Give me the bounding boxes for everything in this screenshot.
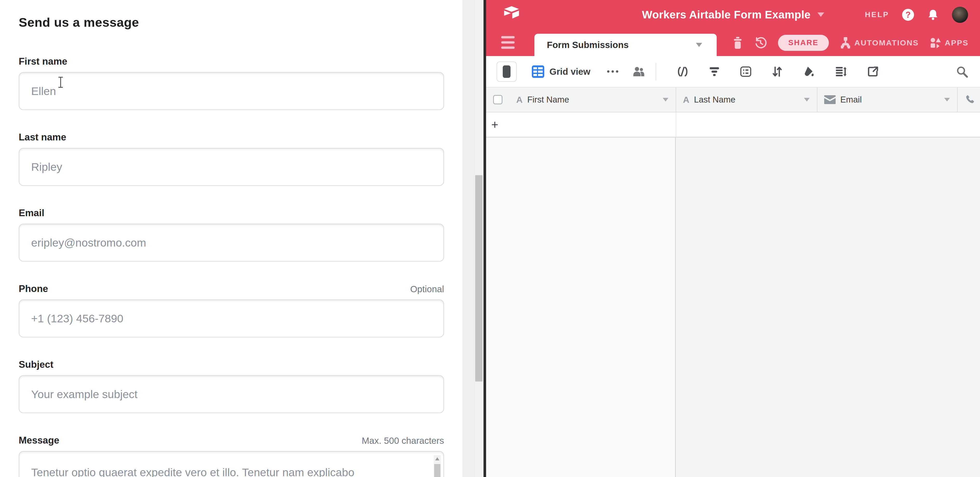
form-title: Send us a message [19, 15, 444, 30]
message-field-group: Message Max. 500 characters Tenetur opti… [19, 434, 444, 477]
window-divider [484, 0, 486, 477]
column-header-phone[interactable]: Phone [957, 87, 980, 112]
contact-form-pane: Send us a message First name Last name E… [0, 0, 463, 477]
row-height-icon[interactable] [835, 67, 847, 77]
phone-input[interactable] [19, 300, 444, 338]
envelope-icon [824, 95, 835, 104]
message-label: Message [19, 435, 59, 446]
last-name-field-group: Last name [19, 131, 444, 186]
apps-button[interactable]: APPS [930, 37, 969, 49]
history-icon[interactable] [755, 37, 767, 49]
first-name-input[interactable] [19, 72, 444, 110]
left-pane-scrollbar[interactable] [463, 0, 484, 477]
add-record-row[interactable]: + [486, 113, 980, 138]
text-cursor-icon [58, 77, 64, 88]
column-caret-icon[interactable] [944, 98, 950, 101]
phone-optional-note: Optional [410, 284, 444, 294]
grid-header-row: A First Name A Last Name Email [486, 87, 980, 113]
phone-label: Phone [19, 284, 48, 294]
email-field-group: Email [19, 207, 444, 261]
first-name-label: First name [19, 56, 67, 67]
view-toolbar: Grid view [486, 56, 980, 87]
phone-icon [964, 95, 975, 105]
view-options-icon[interactable] [607, 70, 618, 73]
table-tab-label: Form Submissions [547, 40, 628, 50]
search-icon[interactable] [956, 66, 968, 78]
message-textarea[interactable]: Tenetur optio quaerat expedite vero et i… [19, 451, 444, 477]
base-title-caret-icon[interactable] [818, 13, 824, 17]
subject-input[interactable] [19, 375, 444, 413]
fill-color-icon[interactable] [803, 66, 815, 77]
views-sidebar-toggle-button[interactable] [496, 62, 517, 82]
last-name-label: Last name [19, 132, 66, 143]
grid-empty-area [486, 138, 980, 477]
subject-label: Subject [19, 359, 54, 370]
share-view-icon[interactable] [867, 66, 878, 77]
column-caret-icon[interactable] [804, 98, 810, 101]
airtable-topbar: Workers Airtable Form Example HELP ? [486, 0, 980, 29]
column-header-last-name[interactable]: A Last Name [676, 87, 817, 112]
column-header-first-name[interactable]: A First Name [509, 87, 676, 112]
table-tab-form-submissions[interactable]: Form Submissions [535, 34, 717, 56]
group-icon[interactable] [740, 67, 751, 77]
hide-fields-icon[interactable] [677, 67, 688, 77]
airtable-tabbar: Form Submissions SHARE [486, 29, 980, 56]
select-all-cell [486, 87, 509, 112]
text-field-type-icon: A [516, 95, 523, 105]
scroll-up-arrow-icon[interactable] [435, 457, 439, 460]
scrollbar-thumb[interactable] [475, 175, 482, 382]
column-gridline [676, 113, 676, 137]
notifications-bell-icon[interactable] [927, 9, 939, 21]
first-name-field-group: First name [19, 55, 444, 110]
email-input[interactable] [19, 224, 444, 261]
trash-icon[interactable] [732, 37, 743, 49]
apps-label: APPS [945, 38, 969, 47]
share-button[interactable]: SHARE [778, 35, 829, 51]
message-max-chars-note: Max. 500 characters [362, 436, 444, 446]
sort-icon[interactable] [772, 66, 783, 77]
toolbar-divider [655, 63, 656, 81]
add-record-plus-icon[interactable]: + [491, 117, 498, 132]
view-name-label[interactable]: Grid view [549, 67, 590, 77]
phone-field-group: Phone Optional [19, 282, 444, 338]
grid-empty-primary-column [486, 138, 676, 477]
text-field-type-icon: A [683, 95, 689, 105]
automations-label: AUTOMATIONS [854, 38, 919, 47]
sidebar-menu-icon[interactable] [501, 36, 515, 49]
message-placeholder: Tenetur optio quaerat expedite vero et i… [31, 466, 355, 477]
textarea-scrollbar-thumb[interactable] [434, 464, 441, 477]
email-label: Email [19, 208, 45, 219]
base-title[interactable]: Workers Airtable Form Example [642, 9, 810, 21]
textarea-scrollbar[interactable] [434, 455, 441, 477]
collaborators-icon[interactable] [632, 66, 645, 77]
airtable-pane: Workers Airtable Form Example HELP ? For… [486, 0, 980, 477]
select-all-checkbox[interactable] [493, 95, 503, 104]
grid-view-icon [532, 65, 544, 78]
table-tab-caret-icon[interactable] [696, 43, 702, 47]
automations-button[interactable]: AUTOMATIONS [840, 37, 919, 49]
help-circle-icon[interactable]: ? [902, 9, 914, 21]
subject-field-group: Subject [19, 358, 444, 413]
help-button[interactable]: HELP [865, 10, 889, 19]
grid-empty-background [676, 138, 980, 477]
last-name-input[interactable] [19, 148, 444, 186]
column-caret-icon[interactable] [663, 98, 668, 101]
user-avatar[interactable] [952, 7, 968, 23]
filter-icon[interactable] [709, 67, 719, 76]
column-header-email[interactable]: Email [817, 87, 957, 112]
